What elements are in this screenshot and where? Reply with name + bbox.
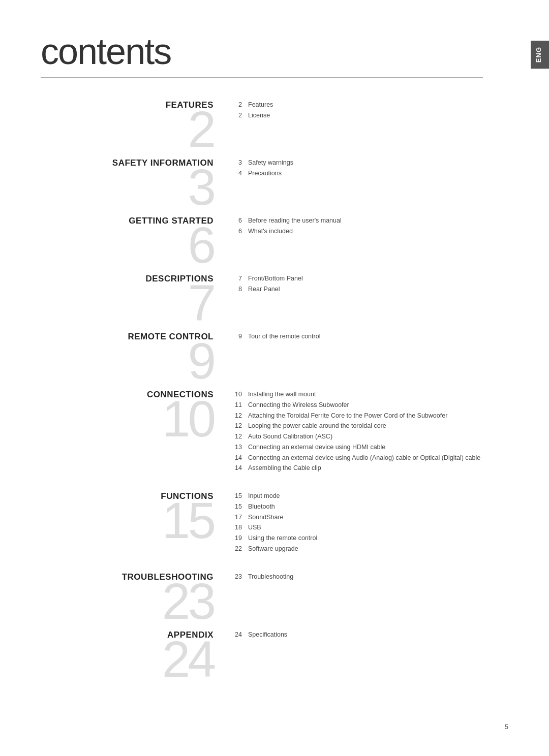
section-right-8: 24Specifications xyxy=(234,623,483,651)
entry-page-6-5: 22 xyxy=(234,544,248,554)
section-right-5: 10Installing the wall mount11Connecting … xyxy=(234,383,483,484)
toc-section-7: TROUBLESHOOTING2323Troubleshooting xyxy=(41,565,483,623)
toc-section-2: GETTING STARTED66Before reading the user… xyxy=(41,209,483,267)
entry-page-2-1: 6 xyxy=(234,227,248,236)
section-big-number-7: 23 xyxy=(41,580,214,623)
toc-entry-1-0: 3Safety warnings xyxy=(234,158,483,168)
entry-page-6-3: 18 xyxy=(234,523,248,532)
toc-entry-5-5: 13Connecting an external device using HD… xyxy=(234,443,483,452)
section-left-7: TROUBLESHOOTING23 xyxy=(41,565,234,623)
entry-text-5-1: Connecting the Wireless Subwoofer xyxy=(248,400,483,410)
toc-entry-0-1: 2License xyxy=(234,111,483,120)
entry-page-5-1: 11 xyxy=(234,400,248,410)
entry-text-5-0: Installing the wall mount xyxy=(248,390,483,399)
toc-content: FEATURES22Features2LicenseSAFETY INFORMA… xyxy=(41,93,483,681)
entry-text-1-0: Safety warnings xyxy=(248,158,483,168)
entry-text-5-6: Connecting an external device using Audi… xyxy=(248,453,483,463)
toc-entry-5-0: 10Installing the wall mount xyxy=(234,390,483,399)
entry-text-6-5: Software upgrade xyxy=(248,544,483,554)
section-big-number-4: 9 xyxy=(41,339,214,383)
section-big-number-8: 24 xyxy=(41,638,214,681)
entry-text-6-2: SoundShare xyxy=(248,513,483,522)
toc-entry-2-0: 6Before reading the user's manual xyxy=(234,216,483,226)
eng-tab: ENG xyxy=(531,41,549,69)
entry-page-6-0: 15 xyxy=(234,491,248,501)
page-number: 5 xyxy=(505,723,508,731)
section-left-0: FEATURES2 xyxy=(41,93,234,151)
entry-page-3-0: 7 xyxy=(234,274,248,284)
toc-section-3: DESCRIPTIONS77Front/Bottom Panel8Rear Pa… xyxy=(41,267,483,325)
section-right-7: 23Troubleshooting xyxy=(234,565,483,593)
toc-entry-1-1: 4Precautions xyxy=(234,169,483,178)
toc-section-8: APPENDIX2424Specifications xyxy=(41,623,483,681)
entry-page-6-4: 19 xyxy=(234,533,248,543)
section-big-number-5: 10 xyxy=(41,397,214,440)
entry-text-5-2: Attaching the Toroidal Ferrite Core to t… xyxy=(248,411,483,421)
toc-section-0: FEATURES22Features2License xyxy=(41,93,483,151)
entry-text-7-0: Troubleshooting xyxy=(248,572,483,582)
entry-text-6-3: USB xyxy=(248,523,483,532)
entry-text-3-0: Front/Bottom Panel xyxy=(248,274,483,284)
entry-text-5-7: Assembling the Cable clip xyxy=(248,463,483,473)
toc-entry-5-1: 11Connecting the Wireless Subwoofer xyxy=(234,400,483,410)
section-left-4: REMOTE CONTROL9 xyxy=(41,325,234,383)
toc-entry-6-0: 15Input mode xyxy=(234,491,483,501)
page-container: ENG contents FEATURES22Features2LicenseS… xyxy=(0,0,549,756)
entry-text-2-1: What's included xyxy=(248,227,483,236)
toc-entry-3-0: 7Front/Bottom Panel xyxy=(234,274,483,284)
toc-entry-6-3: 18USB xyxy=(234,523,483,532)
entry-text-4-0: Tour of the remote control xyxy=(248,332,483,341)
section-right-3: 7Front/Bottom Panel8Rear Panel xyxy=(234,267,483,305)
toc-entry-6-4: 19Using the remote control xyxy=(234,533,483,543)
section-big-number-2: 6 xyxy=(41,224,214,267)
toc-entry-2-1: 6What's included xyxy=(234,227,483,236)
entry-text-6-4: Using the remote control xyxy=(248,533,483,543)
toc-entry-6-2: 17SoundShare xyxy=(234,513,483,522)
toc-entry-5-4: 12Auto Sound Calibration (ASC) xyxy=(234,432,483,442)
entry-page-4-0: 9 xyxy=(234,332,248,341)
entry-page-8-0: 24 xyxy=(234,630,248,640)
section-right-2: 6Before reading the user's manual6What's… xyxy=(234,209,483,247)
toc-section-6: FUNCTIONS1515Input mode15Bluetooth17Soun… xyxy=(41,484,483,565)
entry-text-5-3: Looping the power cable around the toroi… xyxy=(248,421,483,431)
entry-text-6-0: Input mode xyxy=(248,491,483,501)
toc-entry-3-1: 8Rear Panel xyxy=(234,285,483,294)
toc-entry-6-1: 15Bluetooth xyxy=(234,502,483,512)
section-right-4: 9Tour of the remote control xyxy=(234,325,483,353)
entry-page-3-1: 8 xyxy=(234,285,248,294)
toc-entry-4-0: 9Tour of the remote control xyxy=(234,332,483,341)
entry-text-0-0: Features xyxy=(248,100,483,110)
entry-page-5-4: 12 xyxy=(234,432,248,442)
toc-section-4: REMOTE CONTROL99Tour of the remote contr… xyxy=(41,325,483,383)
section-big-number-3: 7 xyxy=(41,281,214,325)
entry-page-5-2: 12 xyxy=(234,411,248,421)
section-left-8: APPENDIX24 xyxy=(41,623,234,681)
section-left-1: SAFETY INFORMATION3 xyxy=(41,151,234,209)
toc-entry-5-2: 12Attaching the Toroidal Ferrite Core to… xyxy=(234,411,483,421)
toc-section-5: CONNECTIONS1010Installing the wall mount… xyxy=(41,383,483,484)
entry-page-6-2: 17 xyxy=(234,513,248,522)
entry-page-5-0: 10 xyxy=(234,390,248,399)
entry-text-2-0: Before reading the user's manual xyxy=(248,216,483,226)
toc-entry-6-5: 22Software upgrade xyxy=(234,544,483,554)
entry-text-6-1: Bluetooth xyxy=(248,502,483,512)
toc-entry-0-0: 2Features xyxy=(234,100,483,110)
section-left-5: CONNECTIONS10 xyxy=(41,383,234,440)
toc-section-1: SAFETY INFORMATION33Safety warnings4Prec… xyxy=(41,151,483,209)
entry-page-6-1: 15 xyxy=(234,502,248,512)
section-left-3: DESCRIPTIONS7 xyxy=(41,267,234,325)
toc-entry-5-6: 14Connecting an external device using Au… xyxy=(234,453,483,463)
entry-text-0-1: License xyxy=(248,111,483,120)
entry-text-8-0: Specifications xyxy=(248,630,483,640)
entry-page-5-7: 14 xyxy=(234,463,248,473)
entry-page-5-3: 12 xyxy=(234,421,248,431)
section-big-number-0: 2 xyxy=(41,108,214,151)
entry-text-1-1: Precautions xyxy=(248,169,483,178)
toc-entry-5-7: 14Assembling the Cable clip xyxy=(234,463,483,473)
toc-entry-7-0: 23Troubleshooting xyxy=(234,572,483,582)
entry-page-5-5: 13 xyxy=(234,443,248,452)
entry-text-5-4: Auto Sound Calibration (ASC) xyxy=(248,432,483,442)
toc-entry-5-3: 12Looping the power cable around the tor… xyxy=(234,421,483,431)
entry-page-7-0: 23 xyxy=(234,572,248,582)
section-right-0: 2Features2License xyxy=(234,93,483,132)
